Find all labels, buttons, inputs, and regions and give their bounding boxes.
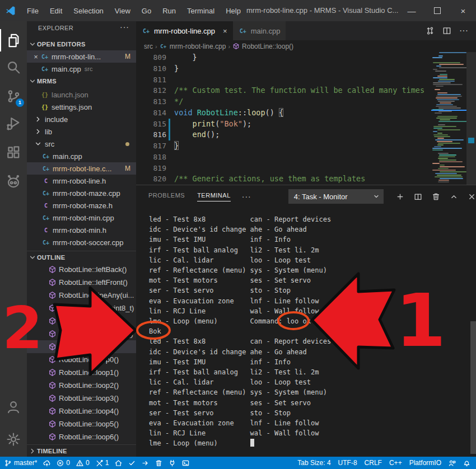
tree-item-launch-json[interactable]: {}launch.json xyxy=(27,88,136,101)
tab-problems[interactable]: PROBLEMS xyxy=(148,192,185,201)
open-changes-icon[interactable] xyxy=(426,26,435,35)
menu-go[interactable]: Go xyxy=(137,4,156,17)
outline-item[interactable]: RobotLine::leftBack() xyxy=(27,263,136,276)
code-line[interactable]: 814void RobotLine::loop() { xyxy=(136,107,431,119)
code-line[interactable]: 813*/ xyxy=(136,96,431,107)
outline-item[interactable]: RobotLine::lineAny(ui... xyxy=(27,289,136,302)
tree-item-mrm-robot-min-cpp[interactable]: C+mrm-robot-min.cpp xyxy=(27,212,136,224)
status-eol[interactable]: CRLF xyxy=(365,459,382,467)
minimize-button[interactable]: — xyxy=(399,0,424,21)
menu-selection[interactable]: Selection xyxy=(69,4,108,17)
open-editor-item[interactable]: ×C+mrm-robot-lin...M xyxy=(27,50,136,63)
menu-view[interactable]: View xyxy=(110,4,135,17)
code-line[interactable]: 811 xyxy=(136,74,431,86)
code-line[interactable]: 820/** Generic actions, use them as temp… xyxy=(136,173,431,185)
tree-item-mrm-robot-min-h[interactable]: Cmrm-robot-min.h xyxy=(27,224,136,236)
status-platformio[interactable]: PlatformIO xyxy=(409,459,441,467)
status-pio-home[interactable] xyxy=(115,459,122,467)
status-publish-changes[interactable] xyxy=(43,459,50,467)
menu-terminal[interactable]: Terminal xyxy=(183,4,219,17)
tree-item-main-cpp[interactable]: C+main.cpp xyxy=(27,150,136,162)
outline-item[interactable]: RobotLine::loop2() xyxy=(27,379,136,392)
minimap[interactable] xyxy=(431,52,466,185)
activity-settings[interactable] xyxy=(0,426,27,453)
tree-item-mrm-robot-line-c-[interactable]: C+mrm-robot-line.c...M xyxy=(27,162,136,175)
outline-item[interactable]: RobotLine::loop0() xyxy=(27,353,136,366)
tree-item-settings-json[interactable]: {}settings.json xyxy=(27,101,136,113)
activity-explorer[interactable] xyxy=(0,27,27,54)
code-line[interactable]: 818 xyxy=(136,152,431,163)
code-line[interactable]: 810} xyxy=(136,63,431,74)
tree-item-src[interactable]: src xyxy=(27,138,136,150)
status-encoding[interactable]: UTF-8 xyxy=(338,459,357,467)
status-language-mode[interactable]: C++ xyxy=(389,459,402,467)
status-pio-new-terminal[interactable] xyxy=(182,459,189,467)
outline-item[interactable]: RobotLine::line(uint8_t) xyxy=(27,302,136,315)
status-tasks[interactable]: 1 xyxy=(96,459,109,467)
split-editor-icon[interactable] xyxy=(442,26,451,35)
outline-item[interactable]: RobotLine::lineFollow() xyxy=(27,327,136,340)
outline-item[interactable]: RobotLine::loop6() xyxy=(27,430,136,443)
breadcrumb-file[interactable]: mrm-robot-line.cpp xyxy=(170,43,226,50)
breadcrumb-src[interactable]: src xyxy=(144,43,153,50)
tree-item-mrm-robot-maze-h[interactable]: Cmrm-robot-maze.h xyxy=(27,199,136,212)
tree-item-mrm-robot-soccer-cpp[interactable]: C+mrm-robot-soccer.cpp xyxy=(27,236,136,248)
outline-item[interactable]: RobotLine::loop1() xyxy=(27,366,136,379)
activity-search[interactable] xyxy=(0,54,27,81)
close-panel-icon[interactable] xyxy=(468,193,476,201)
maximize-button[interactable] xyxy=(424,0,450,21)
new-terminal-icon[interactable] xyxy=(396,193,404,201)
status-pio-build[interactable] xyxy=(128,459,136,467)
tab-close-icon[interactable]: × xyxy=(223,27,227,35)
sidebar-more-actions-icon[interactable]: ··· xyxy=(120,22,129,31)
menu-run[interactable]: Run xyxy=(158,4,180,17)
maximize-panel-icon[interactable] xyxy=(450,193,458,201)
status-pio-upload[interactable] xyxy=(142,459,149,467)
status-errors[interactable]: 0 xyxy=(57,459,70,467)
menu-file[interactable]: File xyxy=(22,4,43,17)
tree-item-mrm-robot-maze-cpp[interactable]: C+mrm-robot-maze.cpp xyxy=(27,187,136,199)
status-feedback[interactable] xyxy=(449,459,456,467)
activity-extensions[interactable] xyxy=(0,139,27,166)
code-area[interactable]: 809 }810}811812/** Custom test. The func… xyxy=(136,52,431,185)
code-line[interactable]: 812/** Custom test. The function will be… xyxy=(136,85,431,96)
activity-account[interactable] xyxy=(0,393,27,420)
editor-scrollbar[interactable] xyxy=(466,52,476,185)
outline-item[interactable]: RobotLine::loop5() xyxy=(27,418,136,430)
open-editor-item[interactable]: C+main.cppsrc xyxy=(27,63,136,75)
activity-run-debug[interactable] xyxy=(0,110,27,137)
activity-source-control[interactable]: 1 xyxy=(0,83,27,110)
code-line[interactable]: 817} xyxy=(136,140,431,152)
status-pio-serial-monitor[interactable] xyxy=(169,459,176,467)
close-button[interactable]: × xyxy=(450,0,476,21)
terminal-scrollbar[interactable] xyxy=(470,321,476,454)
tab-terminal[interactable]: TERMINAL xyxy=(197,192,231,201)
panel-more-icon[interactable]: ··· xyxy=(242,192,251,201)
tab-main-cpp[interactable]: C+ main.cpp xyxy=(233,21,286,40)
terminal-select[interactable]: 4: Task - Monitor xyxy=(288,189,384,204)
breadcrumb-symbol[interactable]: RobotLine::loop() xyxy=(242,43,293,50)
timeline-section-header[interactable]: TIMELINE xyxy=(27,444,136,457)
tree-item-include[interactable]: include xyxy=(27,113,136,125)
kill-terminal-icon[interactable] xyxy=(432,193,440,201)
status-tab-size[interactable]: Tab Size: 4 xyxy=(297,459,330,467)
status-git-branch[interactable]: master* xyxy=(4,459,37,467)
project-section-header[interactable]: MRMS xyxy=(27,75,136,87)
menu-edit[interactable]: Edit xyxy=(45,4,67,17)
tab-mrm-robot-line[interactable]: C+ mrm-robot-line.cpp × xyxy=(136,21,233,40)
tree-item-lib[interactable]: lib xyxy=(27,125,136,138)
outline-item[interactable]: RobotLine::loop3() xyxy=(27,392,136,405)
code-line[interactable]: 819 xyxy=(136,163,431,174)
status-pio-clean[interactable] xyxy=(155,459,162,467)
code-line[interactable]: 815 print("Bok"); xyxy=(136,119,431,130)
outline-item[interactable]: RobotLine::lidar() xyxy=(27,315,136,327)
more-actions-icon[interactable]: ··· xyxy=(459,26,468,36)
outline-item[interactable]: RobotLine::leftFront() xyxy=(27,276,136,289)
terminal-output[interactable]: led - Test 8x8 can - Report devices idc … xyxy=(136,208,476,457)
split-terminal-icon[interactable] xyxy=(414,193,422,201)
status-warnings[interactable]: 0 xyxy=(76,459,90,467)
code-line[interactable]: 816 end(); xyxy=(136,129,431,140)
outline-section-header[interactable]: OUTLINE xyxy=(27,251,136,264)
outline-item[interactable]: RobotLine::loop4() xyxy=(27,405,136,418)
open-editors-header[interactable]: OPEN EDITORS xyxy=(27,38,136,50)
